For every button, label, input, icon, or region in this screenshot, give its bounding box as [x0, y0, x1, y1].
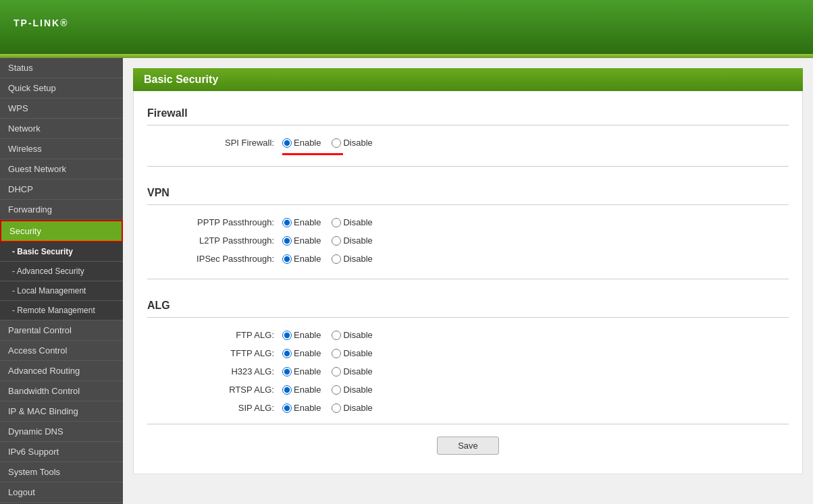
sidebar-item-basic-security[interactable]: - Basic Security — [0, 242, 123, 262]
sidebar-item-remote-management[interactable]: - Remote Management — [0, 301, 123, 320]
red-underline — [282, 153, 343, 155]
header: TP-LINK® — [0, 0, 813, 54]
logo-text: TP-LINK — [14, 18, 60, 28]
sidebar-item-system-tools[interactable]: System Tools — [0, 462, 123, 482]
l2tp-disable-label[interactable]: Disable — [332, 235, 372, 246]
sidebar-item-dhcp[interactable]: DHCP — [0, 179, 123, 200]
pptp-disable-text: Disable — [343, 217, 372, 227]
rtsp-enable-label[interactable]: Enable — [282, 385, 321, 395]
tftp-enable-radio[interactable] — [282, 349, 292, 358]
sidebar-item-dynamic-dns[interactable]: Dynamic DNS — [0, 422, 123, 442]
ftp-disable-radio[interactable] — [332, 331, 341, 340]
ipsec-enable-label[interactable]: Enable — [282, 254, 321, 264]
rtsp-disable-radio[interactable] — [332, 385, 341, 395]
h323-disable-label[interactable]: Disable — [332, 366, 372, 376]
ftp-alg-label: FTP ALG: — [147, 330, 282, 340]
sidebar-item-quick-setup[interactable]: Quick Setup — [0, 78, 123, 99]
logo-tm: ® — [60, 18, 68, 28]
pptp-row: PPTP Passthrough: Enable Disable — [147, 213, 789, 231]
spi-enable-label[interactable]: Enable — [282, 138, 321, 148]
tftp-alg-row: TFTP ALG: Enable Disable — [147, 344, 789, 362]
ftp-alg-row: FTP ALG: Enable Disable — [147, 326, 789, 344]
rtsp-alg-label: RTSP ALG: — [147, 385, 282, 395]
pptp-enable-radio[interactable] — [282, 218, 292, 227]
vpn-section-title: VPN — [147, 177, 789, 205]
ipsec-disable-label[interactable]: Disable — [332, 254, 372, 264]
l2tp-enable-radio[interactable] — [282, 236, 292, 246]
sidebar-item-access-control[interactable]: Access Control — [0, 341, 123, 361]
spi-disable-radio[interactable] — [332, 138, 341, 148]
pptp-disable-label[interactable]: Disable — [332, 217, 372, 227]
sidebar-item-parental-control[interactable]: Parental Control — [0, 320, 123, 341]
l2tp-enable-text: Enable — [294, 235, 321, 246]
save-button[interactable]: Save — [437, 437, 499, 455]
firewall-section-title: Firewall — [147, 98, 789, 125]
sidebar-item-advanced-security[interactable]: - Advanced Security — [0, 262, 123, 281]
spi-disable-text: Disable — [343, 138, 372, 148]
ipsec-disable-radio[interactable] — [332, 254, 341, 264]
sidebar-item-logout[interactable]: Logout — [0, 482, 123, 503]
sidebar-item-wps[interactable]: WPS — [0, 99, 123, 119]
ftp-enable-label[interactable]: Enable — [282, 330, 321, 340]
main-layout: StatusQuick SetupWPSNetworkWirelessGuest… — [0, 58, 813, 504]
content-area: Basic Security Firewall SPI Firewall: En… — [123, 58, 813, 504]
sidebar-item-forwarding[interactable]: Forwarding — [0, 200, 123, 220]
sidebar-item-security[interactable]: Security — [0, 220, 123, 242]
tftp-disable-label[interactable]: Disable — [332, 348, 372, 358]
rtsp-alg-row: RTSP ALG: Enable Disable — [147, 381, 789, 399]
ftp-enable-radio[interactable] — [282, 331, 292, 340]
h323-disable-radio[interactable] — [332, 367, 341, 376]
sidebar-item-network[interactable]: Network — [0, 119, 123, 139]
l2tp-disable-text: Disable — [343, 235, 372, 246]
tftp-disable-text: Disable — [343, 348, 372, 358]
alg-section-title: ALG — [147, 290, 789, 318]
divider-1 — [147, 166, 789, 167]
ipsec-enable-radio[interactable] — [282, 254, 292, 264]
sip-enable-radio[interactable] — [282, 403, 292, 413]
rtsp-enable-text: Enable — [294, 385, 321, 395]
spi-firewall-row: SPI Firewall: Enable Disable — [147, 134, 789, 152]
sip-disable-label[interactable]: Disable — [332, 403, 372, 413]
sidebar: StatusQuick SetupWPSNetworkWirelessGuest… — [0, 58, 123, 504]
rtsp-disable-label[interactable]: Disable — [332, 385, 372, 395]
sidebar-item-advanced-routing[interactable]: Advanced Routing — [0, 361, 123, 381]
sip-alg-radios: Enable Disable — [282, 403, 381, 413]
l2tp-label: L2TP Passthrough: — [147, 235, 282, 246]
l2tp-row: L2TP Passthrough: Enable Disable — [147, 231, 789, 250]
sidebar-item-ip-mac-binding[interactable]: IP & MAC Binding — [0, 401, 123, 422]
sip-enable-text: Enable — [294, 403, 321, 413]
sidebar-item-local-management[interactable]: - Local Management — [0, 281, 123, 301]
h323-disable-text: Disable — [343, 366, 372, 376]
ftp-enable-text: Enable — [294, 330, 321, 340]
divider-2 — [147, 279, 789, 279]
l2tp-disable-radio[interactable] — [332, 236, 341, 246]
sidebar-item-ipv6-support[interactable]: IPv6 Support — [0, 442, 123, 462]
tftp-enable-text: Enable — [294, 348, 321, 358]
ipsec-row: IPSec Passthrough: Enable Disable — [147, 250, 789, 268]
sip-disable-radio[interactable] — [332, 403, 341, 413]
sidebar-item-wireless[interactable]: Wireless — [0, 139, 123, 159]
l2tp-enable-label[interactable]: Enable — [282, 235, 321, 246]
sidebar-item-status[interactable]: Status — [0, 58, 123, 78]
content-body: Firewall SPI Firewall: Enable Disable — [133, 91, 803, 474]
sidebar-item-guest-network[interactable]: Guest Network — [0, 159, 123, 179]
pptp-label: PPTP Passthrough: — [147, 217, 282, 227]
pptp-enable-label[interactable]: Enable — [282, 217, 321, 227]
sip-alg-row: SIP ALG: Enable Disable — [147, 399, 789, 417]
ftp-disable-label[interactable]: Disable — [332, 330, 372, 340]
sidebar-item-bandwidth-control[interactable]: Bandwidth Control — [0, 381, 123, 401]
rtsp-enable-radio[interactable] — [282, 385, 292, 395]
spi-enable-text: Enable — [294, 138, 321, 148]
tftp-enable-label[interactable]: Enable — [282, 348, 321, 358]
ipsec-disable-text: Disable — [343, 254, 372, 264]
pptp-disable-radio[interactable] — [332, 218, 341, 227]
tftp-disable-radio[interactable] — [332, 349, 341, 358]
h323-enable-label[interactable]: Enable — [282, 366, 321, 376]
h323-alg-label: H323 ALG: — [147, 366, 282, 376]
spi-disable-label[interactable]: Disable — [332, 138, 372, 148]
rtsp-disable-text: Disable — [343, 385, 372, 395]
tftp-alg-label: TFTP ALG: — [147, 348, 282, 358]
h323-enable-radio[interactable] — [282, 367, 292, 376]
spi-enable-radio[interactable] — [282, 138, 292, 148]
sip-enable-label[interactable]: Enable — [282, 403, 321, 413]
